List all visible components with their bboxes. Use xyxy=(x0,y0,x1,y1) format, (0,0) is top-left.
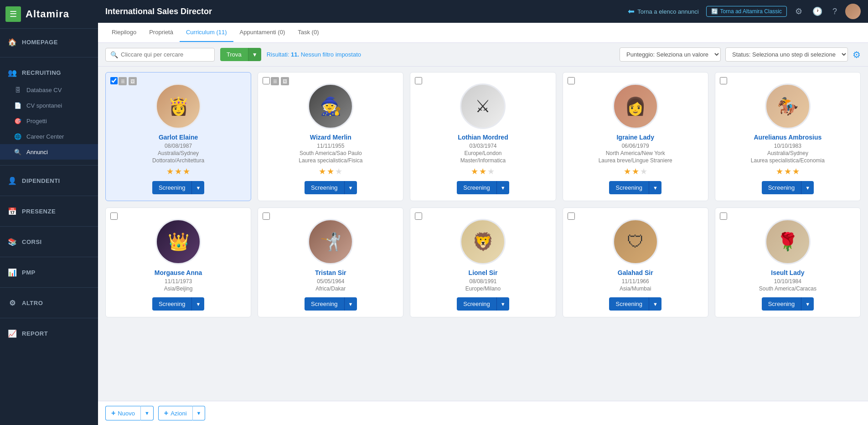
candidate-checkbox[interactable] xyxy=(415,212,422,220)
screening-dropdown-button[interactable]: ▼ xyxy=(191,297,204,311)
candidate-name[interactable]: Igraine Lady xyxy=(616,134,654,141)
star-2: ★ xyxy=(784,166,791,176)
star-3: ★ xyxy=(335,166,342,176)
screening-button[interactable]: Screening xyxy=(152,181,192,194)
search-input[interactable] xyxy=(121,51,210,58)
nuovo-button[interactable]: + Nuovo xyxy=(105,406,140,420)
sidebar-divider-7 xyxy=(0,318,98,318)
screening-button[interactable]: Screening xyxy=(457,181,496,194)
presenze-icon: 📅 xyxy=(7,206,17,216)
screening-button[interactable]: Screening xyxy=(762,181,801,194)
sidebar-item-report[interactable]: 📈 REPORT xyxy=(0,324,98,343)
screening-button[interactable]: Screening xyxy=(762,297,801,311)
sidebar-item-label: ALTRO xyxy=(22,300,43,306)
candidate-card: ⚔ Lothian Mordred 03/03/1974 Europe/Lond… xyxy=(410,72,556,201)
sidebar-item-altro[interactable]: ⚙ ALTRO xyxy=(0,293,98,312)
menu-toggle-button[interactable]: ☰ xyxy=(5,6,21,22)
candidate-avatar: ⚔ xyxy=(460,83,506,129)
sidebar-item-homepage[interactable]: 🏠 HOMEPAGE xyxy=(0,32,98,52)
candidate-name[interactable]: Wizard Merlin xyxy=(310,134,351,141)
altamira-classic-button[interactable]: 🔄 Torna ad Altamira Classic xyxy=(706,6,787,17)
screening-button[interactable]: Screening xyxy=(457,297,496,311)
candidate-location: South America/Caracas xyxy=(759,285,816,292)
settings-icon-button[interactable]: ⚙ xyxy=(793,5,804,18)
azioni-dropdown-button[interactable]: ▼ xyxy=(192,406,206,420)
candidate-checkbox[interactable] xyxy=(568,212,575,220)
screening-button[interactable]: Screening xyxy=(152,297,192,311)
sidebar-sub-label: Career Center xyxy=(26,133,64,140)
screening-button[interactable]: Screening xyxy=(305,181,344,194)
candidate-checkbox[interactable] xyxy=(720,212,727,220)
sidebar-divider-2 xyxy=(0,165,98,166)
candidate-date: 11/11/1955 xyxy=(317,143,344,149)
sidebar-sub-label: CV spontanei xyxy=(26,102,62,109)
sidebar-item-cv-spontanei[interactable]: 📄 CV spontanei xyxy=(0,98,98,113)
candidate-name[interactable]: Lionel Sir xyxy=(469,269,498,276)
candidate-name[interactable]: Lothian Mordred xyxy=(458,134,508,141)
search-right-controls: Punteggio: Seleziona un valore Status: S… xyxy=(620,47,861,62)
screening-dropdown-button[interactable]: ▼ xyxy=(344,181,357,194)
help-icon-button[interactable]: ? xyxy=(831,5,839,18)
user-avatar[interactable] xyxy=(845,4,861,19)
screening-button[interactable]: Screening xyxy=(609,297,649,311)
candidate-checkbox[interactable] xyxy=(263,212,270,220)
screening-dropdown-button[interactable]: ▼ xyxy=(344,297,357,311)
nuovo-dropdown-button[interactable]: ▼ xyxy=(140,406,154,420)
candidate-name[interactable]: Tristan Sir xyxy=(315,269,346,276)
status-select[interactable]: Status: Seleziona uno step di selezione xyxy=(725,47,848,62)
sidebar-section-altro: ⚙ ALTRO xyxy=(0,290,98,316)
candidate-name[interactable]: Garlot Elaine xyxy=(159,134,198,141)
candidate-avatar: 🧙 xyxy=(308,83,353,129)
sidebar-item-progetti[interactable]: 🎯 Progetti xyxy=(0,113,98,129)
candidate-name[interactable]: Iseult Lady xyxy=(771,269,804,276)
card-icons: ☰ 🖼 xyxy=(271,77,289,85)
screening-button[interactable]: Screening xyxy=(609,181,649,194)
find-dropdown-button[interactable]: ▼ xyxy=(248,48,261,61)
tab-appuntamenti[interactable]: Appuntamenti (0) xyxy=(233,23,292,42)
tab-riepilogo[interactable]: Riepilogo xyxy=(105,23,143,42)
candidate-checkbox[interactable] xyxy=(720,77,727,84)
tab-curriculum[interactable]: Curriculum (11) xyxy=(180,23,233,42)
candidate-checkbox[interactable] xyxy=(110,77,118,84)
sidebar-item-pmp[interactable]: 📊 PMP xyxy=(0,263,98,282)
sidebar-item-career-center[interactable]: 🌐 Career Center xyxy=(0,129,98,144)
sidebar-item-corsi[interactable]: 📚 CORSI xyxy=(0,232,98,251)
screening-dropdown-button[interactable]: ▼ xyxy=(496,181,509,194)
screening-dropdown-button[interactable]: ▼ xyxy=(801,181,814,194)
tab-task[interactable]: Task (0) xyxy=(291,23,325,42)
candidate-name[interactable]: Aurelianus Ambrosius xyxy=(754,134,822,141)
candidate-name[interactable]: Morgause Anna xyxy=(155,269,202,276)
sidebar-item-label: REPORT xyxy=(22,330,48,337)
screening-dropdown-button[interactable]: ▼ xyxy=(191,181,204,194)
candidate-name[interactable]: Galahad Sir xyxy=(618,269,653,276)
plus-icon: + xyxy=(111,409,115,417)
candidate-checkbox[interactable] xyxy=(263,77,270,84)
sidebar-item-presenze[interactable]: 📅 PRESENZE xyxy=(0,202,98,221)
score-select[interactable]: Punteggio: Seleziona un valore xyxy=(620,47,721,62)
screening-dropdown-button[interactable]: ▼ xyxy=(801,297,814,311)
sidebar-item-database-cv[interactable]: 🗄 Database CV xyxy=(0,82,98,98)
tab-proprieta[interactable]: Proprietà xyxy=(143,23,180,42)
candidate-checkbox[interactable] xyxy=(110,212,118,220)
home-icon: 🏠 xyxy=(7,37,17,47)
azioni-button[interactable]: + Azioni xyxy=(158,406,192,420)
nuovo-button-group: + Nuovo ▼ xyxy=(105,406,154,420)
clock-icon-button[interactable]: 🕐 xyxy=(811,5,824,18)
sidebar-item-recruiting[interactable]: 👥 RECRUITING xyxy=(0,63,98,82)
candidate-checkbox[interactable] xyxy=(568,77,575,84)
sidebar-item-dipendenti[interactable]: 👤 DIPENDENTI xyxy=(0,171,98,190)
annunci-icon: 🔍 xyxy=(14,148,22,156)
star-1: ★ xyxy=(166,166,174,176)
candidate-checkbox[interactable] xyxy=(415,77,422,84)
screening-dropdown-button[interactable]: ▼ xyxy=(496,297,509,311)
star-2: ★ xyxy=(175,166,182,176)
dipendenti-icon: 👤 xyxy=(7,176,17,186)
screening-dropdown-button[interactable]: ▼ xyxy=(649,181,661,194)
back-to-list[interactable]: ⬅ Torna a elenco annunci xyxy=(628,6,698,16)
filter-settings-button[interactable]: ⚙ xyxy=(852,49,861,60)
find-button[interactable]: Trova xyxy=(220,48,248,61)
screening-button[interactable]: Screening xyxy=(305,297,344,311)
status-button-group: Screening ▼ xyxy=(305,181,356,194)
screening-dropdown-button[interactable]: ▼ xyxy=(649,297,661,311)
sidebar-item-annunci[interactable]: 🔍 Annunci xyxy=(0,144,98,160)
